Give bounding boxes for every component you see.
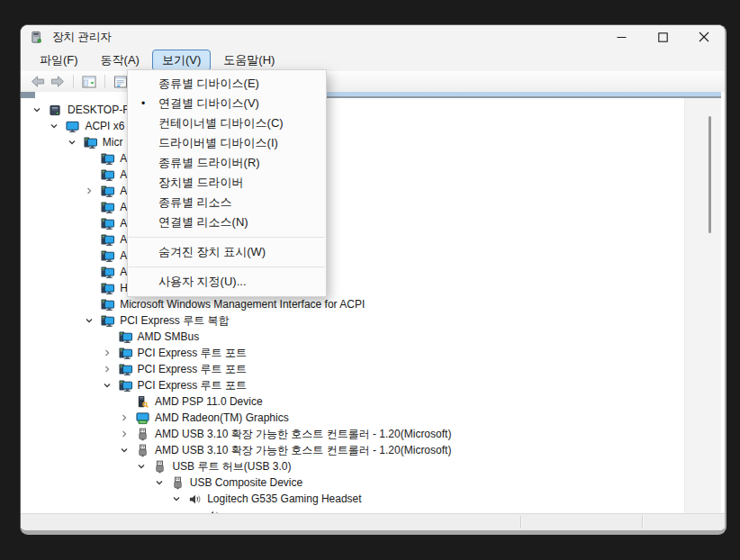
menu-separator bbox=[129, 266, 325, 267]
menu-item[interactable]: 장치별 드라이버 bbox=[128, 173, 326, 193]
menu-separator bbox=[129, 237, 325, 238]
tree-row[interactable]: USB Composite Device bbox=[21, 474, 725, 491]
chevron-right-icon[interactable] bbox=[102, 348, 113, 358]
tree-row[interactable]: Microsoft Windows Management Interface f… bbox=[21, 296, 725, 312]
tree-row-label: PCI Express 루트 복합 bbox=[120, 313, 229, 329]
tree-row[interactable]: AMD Radeon(TM) Graphics bbox=[21, 410, 725, 426]
system-device-icon bbox=[119, 330, 132, 344]
chevron-down-icon[interactable] bbox=[119, 445, 130, 456]
system-device-icon bbox=[101, 314, 114, 328]
tree-row[interactable]: USB 루트 허브(USB 3.0) bbox=[21, 458, 725, 474]
chevron-right-icon[interactable] bbox=[119, 429, 130, 439]
menu-item-label: 연결별 리소스(N) bbox=[158, 214, 248, 230]
close-button[interactable] bbox=[683, 25, 725, 49]
tree-row[interactable]: PCI Express 루트 포트 bbox=[21, 361, 725, 377]
chevron-down-icon[interactable] bbox=[49, 121, 59, 131]
close-icon bbox=[699, 32, 709, 42]
vertical-scrollbar[interactable] bbox=[684, 98, 721, 514]
menu-item[interactable]: 숨겨진 장치 표시(W) bbox=[128, 242, 326, 262]
back-icon[interactable] bbox=[29, 74, 47, 89]
menu-item[interactable]: 컨테이너별 디바이스(C) bbox=[128, 113, 326, 133]
menu-item[interactable]: 사용자 지정(U)... bbox=[128, 272, 326, 292]
chevron-right-icon[interactable] bbox=[119, 412, 130, 423]
tree-row-label: A bbox=[120, 249, 127, 262]
selection-band bbox=[325, 92, 721, 98]
system-device-icon bbox=[119, 363, 132, 376]
chevron-spacer bbox=[84, 299, 95, 310]
menu-item[interactable]: 드라이버별 디바이스(I) bbox=[128, 133, 326, 153]
tree-row-label: USB 루트 허브(USB 3.0) bbox=[172, 459, 291, 474]
tree-row-label: PCI Express 루트 포트 bbox=[138, 378, 247, 393]
tree-row[interactable]: PCI Express 루트 복합 bbox=[21, 312, 725, 329]
scrollbar-thumb[interactable] bbox=[708, 116, 711, 233]
menu-item-label: 종류별 리소스 bbox=[158, 194, 232, 211]
tree-row[interactable]: PCI Express 루트 포트 bbox=[21, 345, 725, 361]
device-manager-window: 장치 관리자 파일(F) 동작(A) 보기(V) 도움말(H) bbox=[20, 24, 726, 535]
system-device-icon bbox=[101, 217, 114, 230]
chevron-spacer bbox=[84, 234, 95, 245]
status-separator bbox=[642, 516, 644, 528]
menu-view[interactable]: 보기(V) bbox=[152, 50, 211, 71]
usb-icon bbox=[153, 460, 167, 474]
tree-row-label: A bbox=[120, 217, 127, 230]
tree-row-label: A bbox=[120, 201, 127, 213]
system-device-icon bbox=[101, 298, 114, 312]
menu-item[interactable]: 연결별 리소스(N) bbox=[128, 212, 326, 232]
menu-item[interactable]: 종류별 디바이스(E) bbox=[128, 74, 326, 94]
tree-row[interactable]: PCI Express 루트 포트 bbox=[21, 377, 725, 393]
chevron-down-icon[interactable] bbox=[84, 315, 95, 326]
view-menu: 종류별 디바이스(E)•연결별 디바이스(V)컨테이너별 디바이스(C)드라이버… bbox=[127, 69, 327, 297]
tree-row[interactable]: AMD SMBus bbox=[21, 329, 725, 345]
chevron-down-icon[interactable] bbox=[136, 461, 147, 472]
chevron-spacer bbox=[84, 153, 95, 164]
tree-row-label: PCI Express 루트 포트 bbox=[138, 362, 247, 377]
computer-icon bbox=[49, 104, 62, 117]
menu-item[interactable]: •연결별 디바이스(V) bbox=[128, 94, 326, 113]
menu-item-label: 숨겨진 장치 표시(W) bbox=[158, 244, 266, 260]
tree-row-label: AMD PSP 11.0 Device bbox=[155, 395, 263, 408]
chevron-down-icon[interactable] bbox=[67, 137, 77, 148]
device-manager-icon bbox=[31, 31, 44, 44]
tree-row[interactable]: AMD USB 3.10 확장 가능한 호스트 컨트롤러 - 1.20(Micr… bbox=[21, 426, 725, 442]
system-device-icon bbox=[101, 266, 114, 279]
tree-row-label: USB Composite Device bbox=[190, 476, 302, 489]
chevron-right-icon[interactable] bbox=[102, 364, 113, 375]
tree-row[interactable]: Logitech G535 Gaming Headset bbox=[21, 491, 725, 507]
chevron-down-icon[interactable] bbox=[102, 380, 113, 391]
minimize-icon bbox=[617, 32, 627, 42]
menu-item-label: 드라이버별 디바이스(I) bbox=[158, 135, 278, 151]
menu-item[interactable]: 종류별 드라이버(R) bbox=[128, 153, 326, 173]
tree-row-label: ACPI x6 bbox=[85, 120, 124, 132]
tree-row-label: PCI Express 루트 포트 bbox=[138, 346, 247, 361]
menu-item[interactable]: 종류별 리소스 bbox=[128, 193, 326, 212]
system-device-icon bbox=[119, 347, 132, 360]
system-device-icon bbox=[119, 379, 132, 393]
chevron-right-icon[interactable] bbox=[84, 185, 95, 196]
console-tree-icon[interactable] bbox=[80, 74, 98, 89]
caption-buttons bbox=[600, 25, 725, 49]
tree-row[interactable]: AMD USB 3.10 확장 가능한 호스트 컨트롤러 - 1.20(Micr… bbox=[21, 442, 725, 458]
display-adapter-icon bbox=[136, 411, 149, 425]
chevron-spacer bbox=[84, 250, 95, 261]
menu-action[interactable]: 동작(A) bbox=[91, 50, 149, 71]
forward-icon[interactable] bbox=[49, 74, 67, 89]
chevron-down-icon[interactable] bbox=[154, 477, 165, 488]
chevron-spacer bbox=[102, 331, 113, 342]
tree-row[interactable]: AMD PSP 11.0 Device bbox=[21, 393, 725, 410]
chevron-spacer bbox=[84, 218, 95, 229]
minimize-button[interactable] bbox=[600, 25, 642, 49]
tree-row-label: A bbox=[120, 168, 127, 181]
window-title: 장치 관리자 bbox=[52, 30, 112, 45]
menu-file[interactable]: 파일(F) bbox=[30, 50, 88, 71]
menu-help[interactable]: 도움말(H) bbox=[213, 50, 284, 71]
menu-item-label: 종류별 디바이스(E) bbox=[158, 76, 259, 92]
system-device-icon bbox=[101, 249, 114, 263]
chevron-down-icon[interactable] bbox=[171, 493, 182, 504]
chevron-down-icon[interactable] bbox=[32, 104, 42, 115]
toolbar-separator bbox=[104, 75, 105, 88]
titlebar[interactable]: 장치 관리자 bbox=[21, 25, 725, 49]
tree-row-label: Micr bbox=[103, 136, 123, 149]
system-device-icon bbox=[101, 185, 114, 198]
maximize-button[interactable] bbox=[642, 25, 683, 49]
system-device-icon bbox=[101, 201, 114, 214]
